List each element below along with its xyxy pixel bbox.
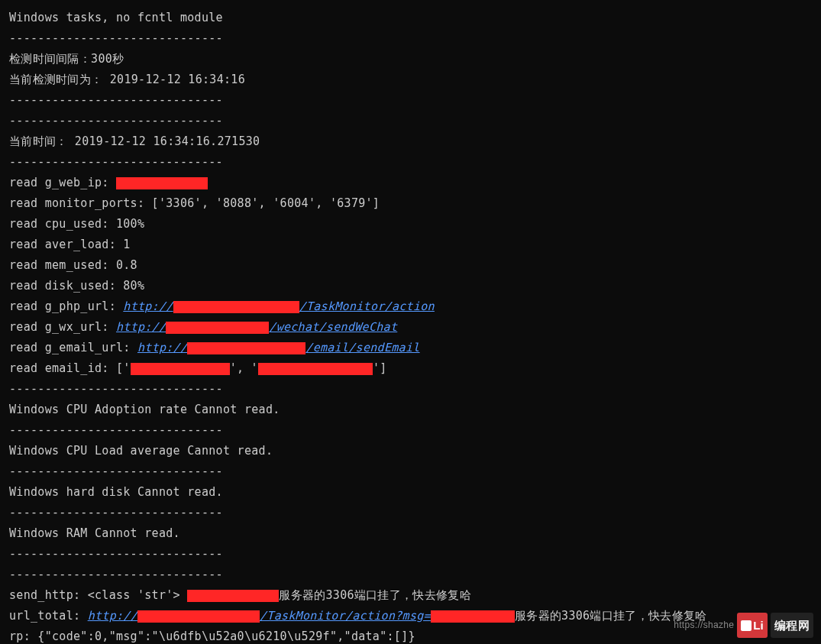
- watermark: https://shazhe Li 编程网: [674, 613, 813, 638]
- read-cpu-used: read cpu_used: 100%: [9, 214, 812, 235]
- read-monitor-ports: read monitor_ports: ['3306', '8088', '60…: [9, 193, 812, 214]
- wx-url-link[interactable]: http:///wechat/sendWeChat: [116, 320, 397, 334]
- read-disk-used: read disk_used: 80%: [9, 276, 812, 296]
- php-url-link[interactable]: http:///TaskMonitor/action: [123, 299, 435, 313]
- read-wx-url: read g_wx_url: http:///wechat/sendWeChat: [9, 317, 812, 338]
- header-title: Windows tasks, no fcntl module: [9, 8, 812, 28]
- error-hard-disk: Windows hard disk Cannot read.: [9, 482, 812, 503]
- email-url-link[interactable]: http:///email/sendEmail: [137, 341, 420, 354]
- current-time: 当前时间： 2019-12-12 16:34:16.271530: [9, 131, 812, 152]
- url-mid: /TaskMonitor/action?msg=: [260, 609, 431, 623]
- url-total-link[interactable]: http:///TaskMonitor/action?msg=: [88, 609, 515, 623]
- url-suffix: /email/sendEmail: [305, 341, 419, 354]
- url-prefix: http://: [116, 320, 166, 334]
- redacted-host: [137, 610, 260, 623]
- read-email-id: read email_id: ['', '']: [9, 358, 812, 379]
- suffix: 服务器的3306端口挂了，快去修复哈: [279, 588, 471, 602]
- url-prefix: http://: [123, 299, 173, 313]
- error-cpu-adoption: Windows CPU Adoption rate Cannot read.: [9, 400, 812, 420]
- url-suffix: /TaskMonitor/action: [299, 299, 435, 313]
- redacted-ip: [116, 177, 208, 189]
- divider: ------------------------------: [9, 544, 812, 565]
- divider: ------------------------------: [9, 111, 812, 131]
- divider: ------------------------------: [9, 565, 812, 585]
- label: url_total:: [9, 609, 88, 623]
- redacted-str: [187, 590, 279, 602]
- label: read g_wx_url:: [9, 320, 116, 334]
- label: send_http: <class 'str'>: [9, 588, 187, 602]
- divider: ------------------------------: [9, 503, 812, 523]
- watermark-logo: Li: [737, 613, 768, 638]
- label: read email_id: [': [9, 361, 131, 375]
- sep: ', ': [230, 361, 258, 375]
- end: ']: [373, 361, 387, 375]
- divider: ------------------------------: [9, 28, 812, 49]
- watermark-chinese: 编程网: [771, 613, 813, 638]
- redacted-host: [173, 301, 299, 313]
- read-aver-load: read aver_load: 1: [9, 235, 812, 255]
- divider: ------------------------------: [9, 90, 812, 111]
- logo-icon: [741, 620, 752, 631]
- check-interval: 检测时间间隔：300秒: [9, 49, 812, 70]
- url-suffix: /wechat/sendWeChat: [269, 320, 397, 334]
- redacted-email2: [258, 363, 373, 375]
- error-ram: Windows RAM Cannot read.: [9, 523, 812, 544]
- divider: ------------------------------: [9, 379, 812, 400]
- redacted-msg: [431, 610, 515, 623]
- redacted-email1: [131, 363, 230, 375]
- label: read g_email_url:: [9, 341, 137, 354]
- url-prefix: http://: [137, 341, 187, 354]
- check-current-time: 当前检测时间为： 2019-12-12 16:34:16: [9, 70, 812, 90]
- read-email-url: read g_email_url: http:///email/sendEmai…: [9, 338, 812, 358]
- divider: ------------------------------: [9, 152, 812, 173]
- send-http: send_http: <class 'str'> 服务器的3306端口挂了，快去…: [9, 585, 812, 606]
- logo-text: Li: [753, 615, 764, 636]
- redacted-host: [187, 342, 305, 354]
- url-prefix: http://: [88, 609, 137, 623]
- error-cpu-load: Windows CPU Load average Cannot read.: [9, 441, 812, 461]
- read-mem-used: read mem_used: 0.8: [9, 255, 812, 276]
- label: read g_web_ip:: [9, 176, 116, 189]
- label: read g_php_url:: [9, 299, 123, 313]
- divider: ------------------------------: [9, 420, 812, 441]
- redacted-host: [166, 322, 269, 334]
- read-web-ip: read g_web_ip:: [9, 173, 812, 193]
- watermark-url: https://shazhe: [674, 617, 734, 634]
- divider: ------------------------------: [9, 461, 812, 482]
- read-php-url: read g_php_url: http:///TaskMonitor/acti…: [9, 296, 812, 317]
